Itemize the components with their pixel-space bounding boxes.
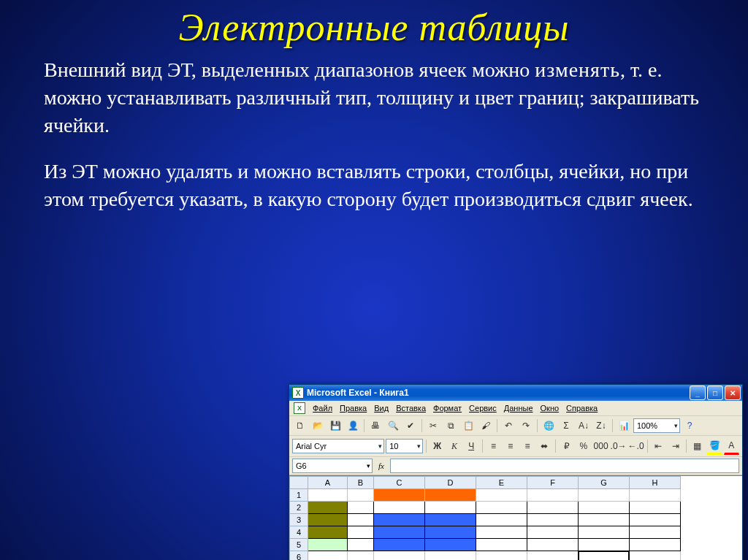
cell-H1[interactable] xyxy=(630,489,681,502)
col-header-C[interactable]: C xyxy=(374,477,425,489)
cell-C2[interactable] xyxy=(374,502,425,514)
col-header-G[interactable]: G xyxy=(579,477,630,489)
row-header-1[interactable]: 1 xyxy=(290,489,308,502)
borders-icon[interactable]: ▦ xyxy=(690,438,705,454)
select-all-corner[interactable] xyxy=(290,477,308,489)
col-header-A[interactable]: A xyxy=(308,477,348,489)
col-header-B[interactable]: B xyxy=(348,477,374,489)
format-painter-icon[interactable]: 🖌 xyxy=(478,418,494,434)
menu-file[interactable]: Файл xyxy=(313,404,332,413)
align-center-icon[interactable]: ≡ xyxy=(503,438,518,454)
cell-H3[interactable] xyxy=(630,514,681,526)
cell-G2[interactable] xyxy=(579,502,630,514)
cell-B1[interactable] xyxy=(348,489,374,502)
preview-icon[interactable]: 🔍 xyxy=(385,418,401,434)
cell-B4[interactable] xyxy=(348,526,374,539)
redo-icon[interactable]: ↷ xyxy=(518,418,534,434)
cell-A5[interactable] xyxy=(308,539,348,551)
cell-H2[interactable] xyxy=(630,502,681,514)
close-button[interactable]: ✕ xyxy=(725,386,741,400)
font-combo[interactable]: Arial Cyr xyxy=(292,439,384,453)
col-header-D[interactable]: D xyxy=(425,477,476,489)
cell-H6[interactable] xyxy=(630,551,681,561)
percent-icon[interactable]: % xyxy=(576,438,591,454)
paste-icon[interactable]: 📋 xyxy=(460,418,476,434)
print-icon[interactable]: 🖶 xyxy=(367,418,383,434)
row-header-4[interactable]: 4 xyxy=(290,526,308,539)
merge-icon[interactable]: ⬌ xyxy=(537,438,552,454)
cell-G4[interactable] xyxy=(579,526,630,539)
cell-G3[interactable] xyxy=(579,514,630,526)
font-size-combo[interactable]: 10 xyxy=(386,439,423,453)
cell-D3[interactable] xyxy=(425,514,476,526)
menu-insert[interactable]: Вставка xyxy=(396,404,426,413)
align-left-icon[interactable]: ≡ xyxy=(486,438,501,454)
cell-D4[interactable] xyxy=(425,526,476,539)
chart-icon[interactable]: 📊 xyxy=(616,418,632,434)
cell-B6[interactable] xyxy=(348,551,374,561)
cell-G5[interactable] xyxy=(579,539,630,551)
cell-H4[interactable] xyxy=(630,526,681,539)
menu-tools[interactable]: Сервис xyxy=(469,404,497,413)
cut-icon[interactable]: ✂ xyxy=(425,418,441,434)
cell-C6[interactable] xyxy=(374,551,425,561)
cell-A6[interactable] xyxy=(308,551,348,561)
currency-icon[interactable]: ₽ xyxy=(559,438,574,454)
cell-A4[interactable] xyxy=(308,526,348,539)
cell-C5[interactable] xyxy=(374,539,425,551)
row-header-6[interactable]: 6 xyxy=(290,551,308,561)
maximize-button[interactable]: □ xyxy=(707,386,723,400)
cell-B5[interactable] xyxy=(348,539,374,551)
cell-A2[interactable] xyxy=(308,502,348,514)
italic-button[interactable]: К xyxy=(446,438,462,454)
row-header-2[interactable]: 2 xyxy=(290,502,308,514)
inc-decimal-icon[interactable]: .0→ xyxy=(611,438,627,454)
cell-G1[interactable] xyxy=(579,489,630,502)
hyperlink-icon[interactable]: 🌐 xyxy=(541,418,557,434)
col-header-F[interactable]: F xyxy=(527,477,579,489)
cell-D6[interactable] xyxy=(425,551,476,561)
new-icon[interactable]: 🗋 xyxy=(292,418,308,434)
cell-D2[interactable] xyxy=(425,502,476,514)
cell-F2[interactable] xyxy=(527,502,579,514)
help-icon[interactable]: ? xyxy=(682,418,698,434)
dec-decimal-icon[interactable]: ←.0 xyxy=(628,438,644,454)
sort-desc-icon[interactable]: Z↓ xyxy=(593,418,609,434)
name-box[interactable]: G6 xyxy=(292,459,373,473)
cell-F5[interactable] xyxy=(527,539,579,551)
underline-button[interactable]: Ч xyxy=(464,438,479,454)
autosum-icon[interactable]: Σ xyxy=(558,418,574,434)
cell-C3[interactable] xyxy=(374,514,425,526)
open-icon[interactable]: 📂 xyxy=(310,418,326,434)
comma-icon[interactable]: 000 xyxy=(593,438,609,454)
cell-F4[interactable] xyxy=(527,526,579,539)
sort-asc-icon[interactable]: A↓ xyxy=(576,418,592,434)
save-icon[interactable]: 💾 xyxy=(327,418,343,434)
cell-E4[interactable] xyxy=(476,526,527,539)
menu-data[interactable]: Данные xyxy=(504,404,533,413)
col-header-E[interactable]: E xyxy=(476,477,527,489)
row-header-5[interactable]: 5 xyxy=(290,539,308,551)
copy-icon[interactable]: ⧉ xyxy=(443,418,459,434)
undo-icon[interactable]: ↶ xyxy=(500,418,516,434)
font-color-icon[interactable]: A xyxy=(724,437,739,455)
row-header-3[interactable]: 3 xyxy=(290,514,308,526)
cell-B2[interactable] xyxy=(348,502,374,514)
fill-color-icon[interactable]: 🪣 xyxy=(706,437,722,455)
menu-help[interactable]: Справка xyxy=(566,404,598,413)
menu-view[interactable]: Вид xyxy=(374,404,389,413)
cell-C1[interactable] xyxy=(374,489,425,502)
cell-A1[interactable] xyxy=(308,489,348,502)
formula-input[interactable] xyxy=(390,459,739,473)
align-right-icon[interactable]: ≡ xyxy=(519,438,535,454)
cell-E5[interactable] xyxy=(476,539,527,551)
cell-H5[interactable] xyxy=(630,539,681,551)
cell-D5[interactable] xyxy=(425,539,476,551)
minimize-button[interactable]: _ xyxy=(690,386,706,400)
cell-F3[interactable] xyxy=(527,514,579,526)
cell-E2[interactable] xyxy=(476,502,527,514)
fx-icon[interactable]: fx xyxy=(375,460,387,472)
spelling-icon[interactable]: ✔ xyxy=(402,418,419,434)
cell-D1[interactable] xyxy=(425,489,476,502)
dec-indent-icon[interactable]: ⇤ xyxy=(651,438,666,454)
